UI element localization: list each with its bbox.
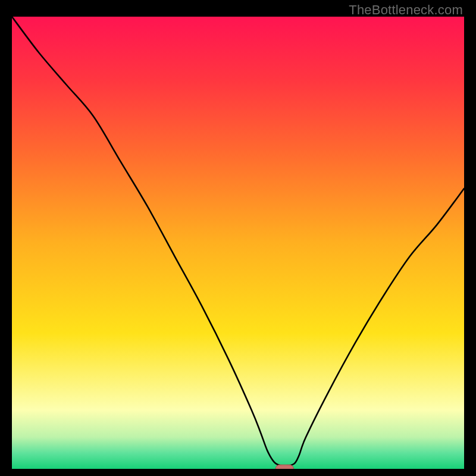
optimal-marker [275, 465, 293, 469]
bottleneck-chart [12, 17, 464, 469]
watermark-text: TheBottleneck.com [349, 2, 463, 18]
chart-frame [12, 17, 464, 469]
gradient-background [12, 17, 464, 469]
